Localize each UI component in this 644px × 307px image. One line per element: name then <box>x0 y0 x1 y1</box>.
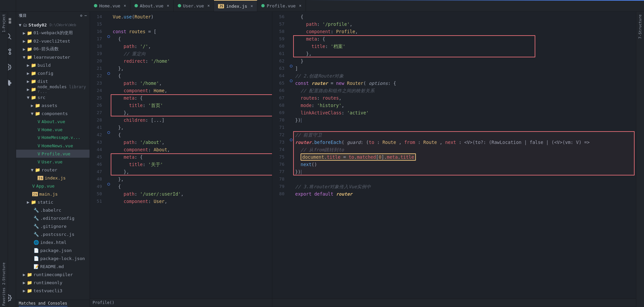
tab-home-vue[interactable]: Home.vue × <box>90 0 130 11</box>
sidebar-item-src[interactable]: ▼ 📁 src <box>16 93 90 101</box>
right-code-pane[interactable]: 56 { 57 path: '/profile', <box>272 12 636 298</box>
meta-profile-block: 59 meta: { 60 title: '档案' <box>272 35 636 57</box>
sidebar-item-homenews[interactable]: V HomeNews.vue <box>16 142 90 150</box>
close-icon[interactable]: × <box>167 3 169 8</box>
tab-label: User.vue <box>183 3 204 8</box>
panel-tab-1-project[interactable]: 1-Project <box>1 12 6 34</box>
vue-icon <box>178 4 181 7</box>
svg-point-8 <box>9 49 11 51</box>
sidebar-item-postcssrc[interactable]: 🔧 .postcssrc.js <box>16 230 90 238</box>
svg-rect-3 <box>8 21 11 23</box>
close-icon[interactable]: × <box>299 3 301 8</box>
code-line-r67: 67 routes: routes, <box>272 94 636 102</box>
tab-profile-vue[interactable]: Profile.vue × <box>257 0 306 11</box>
close-icon[interactable]: × <box>251 4 253 8</box>
sidebar-item-gitignore[interactable]: 🔧 .gitignore <box>16 222 90 230</box>
tab-about-vue[interactable]: About.vue × <box>130 0 174 11</box>
minus-icon[interactable]: — <box>85 13 87 18</box>
panel-tab-2-structure[interactable]: 2-Structure <box>1 34 6 286</box>
meta-about-block: 45 meta: { 46 title: '关于' <box>90 153 272 175</box>
sidebar-item-index-html[interactable]: 🌐 index.html <box>16 238 90 246</box>
sidebar-item-vuecli2test[interactable]: ▶ 📁 02-vuecli2test <box>16 37 90 45</box>
sidebar-item-index-js[interactable]: js index.js <box>16 174 90 182</box>
structure-tab-7[interactable]: 7-Structure <box>637 12 644 42</box>
sidebar-item-editorconfig[interactable]: 🔧 .editorconfig <box>16 214 90 222</box>
sidebar-item-homemessage[interactable]: V HomeMessage.v... <box>16 134 90 142</box>
sidebar-item-jiantou[interactable]: ▶ 📁 06-箭头函数 <box>16 45 90 53</box>
vue-icon <box>261 4 265 7</box>
code-line-50: 50 path: '/user/:userId', <box>90 190 272 198</box>
sidebar-item-runtimecompiler[interactable]: ▶ 📁 runtimecompiler <box>16 270 90 278</box>
code-line-r59: 59 meta: { <box>272 35 636 43</box>
code-line-14: 14 Vue.use(Router) <box>90 13 272 20</box>
code-line-r71: 71 <box>272 124 636 131</box>
sidebar-item-about-vue[interactable]: V About.vue <box>16 117 90 125</box>
bottom-tab-matches[interactable]: Matches and Consoles <box>19 301 67 306</box>
code-line-r78: 78 <box>272 175 636 183</box>
code-line-46: 46 title: '关于' <box>90 161 272 168</box>
sidebar-item-components[interactable]: ▼ 📁 components <box>16 109 90 117</box>
code-line-r70: 70 }) <box>272 116 636 124</box>
sidebar-item-runtimeonly[interactable]: ▶ 📁 runtimeonly <box>16 278 90 287</box>
svg-line-5 <box>9 38 11 39</box>
code-line-r75: 75 document.title = to.matched[0].meta.t… <box>272 153 636 161</box>
sidebar-item-study02[interactable]: ▼ 🗂 Study02 D:\CWork\Web <box>16 21 90 29</box>
sidebar: 项目 ⚙ — ▼ 🗂 Study02 D:\CWork\Web ▶ 📁 <box>16 12 90 307</box>
sidebar-item-dist[interactable]: ▶ 📁 dist <box>16 77 90 85</box>
code-line-43: 43 path: '/about', <box>90 139 272 146</box>
code-line-47: 47 }, <box>90 168 272 175</box>
panel-tab-favorites[interactable]: Favorites <box>1 286 6 307</box>
code-line-r79: 79 // 3.将router对象传入Vue实例中 <box>272 183 636 190</box>
sidebar-item-build[interactable]: ▶ 📁 build <box>16 61 90 69</box>
code-line-r69: 69 linkActiveClass: 'active' <box>272 109 636 116</box>
left-code-pane[interactable]: 14 Vue.use(Router) 15 <box>90 12 272 298</box>
code-line-r73: 73 router.beforeEach( guard: (to : Route… <box>272 139 636 146</box>
sidebar-item-learnvuerouter[interactable]: ▼ 📁 learnvuerouter <box>16 53 90 61</box>
code-line-22: 22 { <box>90 72 272 80</box>
sidebar-item-testvuecli3[interactable]: ▶ 📁 testvuecli3 <box>16 287 90 295</box>
code-line-15: 15 <box>90 20 272 28</box>
sidebar-item-assets[interactable]: ▶ 📁 assets <box>16 101 90 109</box>
close-icon[interactable]: × <box>124 3 126 8</box>
sidebar-item-main-js[interactable]: js main.js <box>16 190 90 198</box>
sidebar-item-home-vue[interactable]: V Home.vue <box>16 125 90 134</box>
file-tree: ▼ 🗂 Study02 D:\CWork\Web ▶ 📁 01-webpack的… <box>16 19 90 300</box>
sidebar-item-package-lock-json[interactable]: 📄 package-lock.json <box>16 254 90 262</box>
code-line-41: 41 }, <box>90 124 272 131</box>
code-line-49: 49 { <box>90 183 272 190</box>
sidebar-item-user-vue[interactable]: V User.vue <box>16 158 90 166</box>
sidebar-item-package-json[interactable]: 📄 package.json <box>16 246 90 254</box>
code-line-24: 24 component: Home, <box>90 87 272 94</box>
meta-home-block: 25 meta: { 26 title: '首页' <box>90 94 272 116</box>
code-line-r58: 58 component: Profile, <box>272 28 636 35</box>
code-line-r62: 62 } <box>272 57 636 65</box>
code-line-20: 20 redirect: '/home' <box>90 57 272 65</box>
tab-label: Profile.vue <box>267 3 296 8</box>
svg-rect-1 <box>8 18 11 20</box>
sidebar-item-static[interactable]: ▶ 📁 static <box>16 198 90 206</box>
code-line-18: 18 path: '/', <box>90 43 272 50</box>
code-line-r76: 76 next() <box>272 161 636 168</box>
code-line-r64: 64 // 2.创建Router对象 <box>272 72 636 80</box>
right-vert-tabs: 7-Structure <box>636 12 644 307</box>
sidebar-item-webpack[interactable]: ▶ 📁 01-webpack的使用 <box>16 29 90 37</box>
sidebar-item-node-modules[interactable]: ▶ 📁 node_modules library r... <box>16 85 90 93</box>
breadcrumb-right <box>272 298 636 307</box>
code-line-21: 21 }, <box>90 65 272 72</box>
sidebar-item-router[interactable]: ▼ 📁 router <box>16 166 90 174</box>
sidebar-item-app-vue[interactable]: V App.vue <box>16 182 90 190</box>
close-icon[interactable]: × <box>207 3 210 8</box>
code-line-r61: 61 }, <box>272 50 636 57</box>
tab-user-vue[interactable]: User.vue × <box>174 0 214 11</box>
sidebar-item-profile-vue[interactable]: V Profile.vue <box>16 150 90 158</box>
code-line-44: 44 component: About, <box>90 146 272 153</box>
gear-icon[interactable]: ⚙ <box>80 13 83 18</box>
sidebar-item-readme[interactable]: 📝 README.md <box>16 262 90 270</box>
code-line-r77: 77 }) <box>272 168 636 175</box>
sidebar-item-config[interactable]: ▶ 📁 config <box>16 69 90 77</box>
sidebar-item-babelrc[interactable]: 🔧 .babelrc <box>16 206 90 214</box>
bottom-tabs: Matches and Consoles <box>16 300 90 307</box>
vue-icon <box>135 4 138 7</box>
tab-index-js[interactable]: JS index.js × <box>214 0 257 11</box>
svg-point-7 <box>9 53 11 55</box>
